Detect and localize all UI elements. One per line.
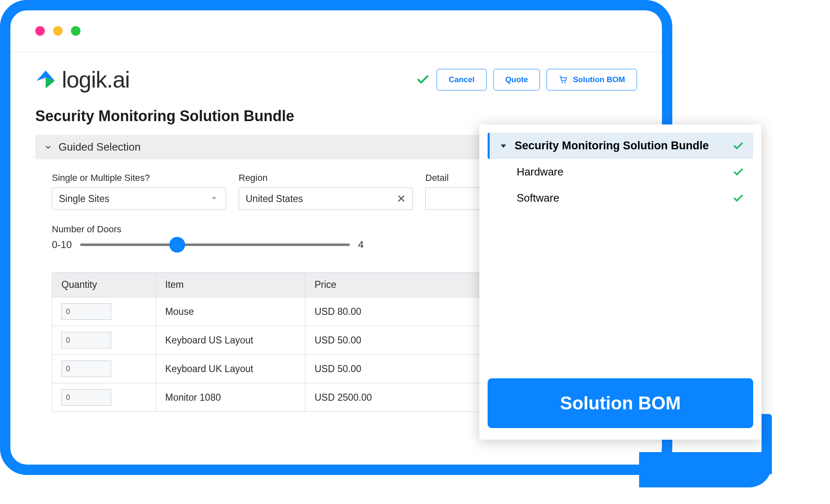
- clear-icon[interactable]: ✕: [397, 192, 406, 205]
- window-minimize-icon[interactable]: [53, 26, 63, 36]
- panel-item-row[interactable]: Software: [488, 185, 753, 211]
- sites-field: Single or Multiple Sites? Single Sites: [52, 173, 226, 210]
- logo: logik.ai: [35, 66, 129, 93]
- item-cell: Monitor 1080: [156, 383, 305, 412]
- svg-point-2: [562, 82, 563, 83]
- region-field: Region United States ✕: [239, 173, 413, 210]
- cancel-label: Cancel: [449, 75, 474, 84]
- region-label: Region: [239, 173, 413, 183]
- slider-thumb[interactable]: [169, 237, 185, 253]
- quantity-input[interactable]: [61, 360, 111, 377]
- svg-point-3: [565, 82, 566, 83]
- quote-label: Quote: [505, 75, 528, 84]
- col-item: Item: [156, 273, 305, 297]
- logo-text: logik.ai: [62, 66, 129, 93]
- panel-item-row[interactable]: Hardware: [488, 159, 753, 185]
- solution-panel: Security Monitoring Solution Bundle Hard…: [479, 124, 762, 440]
- solution-bom-label: Solution BOM: [573, 75, 625, 84]
- panel-item-label: Software: [517, 192, 559, 205]
- triangle-down-icon: [499, 141, 508, 151]
- caret-down-icon: [209, 193, 219, 205]
- chevron-down-icon: [44, 144, 52, 151]
- window-maximize-icon[interactable]: [71, 26, 81, 36]
- panel-bundle-row[interactable]: Security Monitoring Solution Bundle: [488, 133, 753, 159]
- logo-icon: [35, 69, 56, 90]
- doors-value: 4: [358, 239, 364, 251]
- checkmark-icon: [416, 73, 430, 87]
- panel-bundle-title: Security Monitoring Solution Bundle: [515, 139, 709, 152]
- guided-selection-title: Guided Selection: [59, 141, 141, 153]
- app-header: logik.ai Cancel Quote Solution BOM: [10, 52, 662, 103]
- checkmark-icon: [732, 192, 744, 204]
- quote-button[interactable]: Quote: [493, 69, 540, 90]
- solution-bom-cta-label: Solution BOM: [560, 393, 681, 413]
- col-quantity: Quantity: [52, 273, 156, 297]
- window-close-icon[interactable]: [35, 26, 45, 36]
- quantity-input[interactable]: [61, 303, 111, 320]
- quantity-input[interactable]: [61, 332, 111, 348]
- item-cell: Keyboard US Layout: [156, 326, 305, 355]
- frame-decoration: [639, 452, 772, 487]
- doors-range: 0-10: [52, 239, 72, 251]
- region-value: United States: [246, 193, 303, 205]
- solution-bom-cta-button[interactable]: Solution BOM: [488, 378, 753, 428]
- cart-icon: [559, 75, 568, 84]
- cancel-button[interactable]: Cancel: [437, 69, 486, 90]
- item-cell: Mouse: [156, 297, 305, 326]
- quantity-input[interactable]: [61, 389, 111, 406]
- panel-item-label: Hardware: [517, 166, 564, 178]
- checkmark-icon: [732, 140, 744, 152]
- solution-bom-button[interactable]: Solution BOM: [547, 69, 637, 90]
- window-titlebar: [10, 10, 662, 52]
- header-actions: Cancel Quote Solution BOM: [416, 69, 637, 90]
- item-cell: Keyboard UK Layout: [156, 355, 305, 383]
- sites-select[interactable]: Single Sites: [52, 187, 226, 210]
- frame-decoration: [762, 414, 772, 474]
- checkmark-icon: [732, 166, 744, 178]
- doors-slider[interactable]: [80, 243, 350, 246]
- sites-value: Single Sites: [59, 193, 109, 205]
- page-title: Security Monitoring Solution Bundle: [35, 107, 637, 125]
- region-select[interactable]: United States ✕: [239, 187, 413, 210]
- sites-label: Single or Multiple Sites?: [52, 173, 226, 183]
